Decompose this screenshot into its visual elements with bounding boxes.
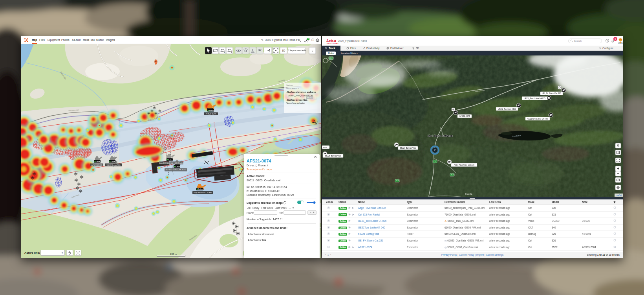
- svg-text:Leica: Leica: [209, 109, 214, 111]
- svg-text:AFS21-0074: AFS21-0074: [206, 113, 216, 115]
- svg-text:itachi: itachi: [323, 146, 327, 148]
- svg-text:Volvo EWR150E VM - ARK Masten: Volvo EWR150E VM - ARK Masten: [159, 162, 183, 164]
- svg-text:AFS21-0074: AFS21-0074: [459, 115, 470, 117]
- svg-text:UE_PK Strøm Cat 326: UE_PK Strøm Cat 326: [542, 92, 561, 94]
- svg-text:99: 99: [307, 38, 309, 40]
- svg-text:Aage Hoverstad Cat 330: Aage Hoverstad Cat 330: [454, 164, 475, 166]
- svg-text:Fagerlia: Fagerlia: [465, 193, 472, 195]
- svg-text:E12: E12: [396, 180, 399, 182]
- svg-text:Hammerveien: Hammerveien: [68, 109, 79, 111]
- svg-text:3: 3: [231, 51, 232, 53]
- svg-text:Leica: Leica: [168, 159, 173, 161]
- svg-text:+84.24: +84.24: [68, 151, 72, 152]
- svg-text:UE21Tore Lokke 04-040: UE21Tore Lokke 04-040: [527, 118, 548, 120]
- svg-text:Leica: Leica: [198, 188, 203, 190]
- svg-text:415: 415: [434, 160, 437, 162]
- svg-text:Leica: Leica: [176, 166, 180, 168]
- svg-text:Fagerlia: Fagerlia: [233, 231, 239, 233]
- svg-text:818: 818: [451, 174, 454, 176]
- svg-text:55227 Bomag Vals: 55227 Bomag Vals: [106, 164, 120, 166]
- svg-text:E12: E12: [329, 57, 333, 59]
- svg-text:2: 2: [224, 51, 225, 53]
- svg-text:55225 Bomag Vals: 55225 Bomag Vals: [325, 155, 341, 157]
- svg-text:Vala Hamre H21i - PK Strøm: Vala Hamre H21i - PK Strøm: [166, 169, 186, 171]
- svg-text:+85.34: +85.34: [54, 153, 58, 155]
- svg-text:Leaflet: Leaflet: [616, 194, 622, 196]
- svg-text:2: 2: [434, 149, 436, 151]
- svg-text:UE21_Tore Lokke 04-035: UE21_Tore Lokke 04-035: [524, 98, 545, 100]
- svg-text:UE21_Tvermes 2369: UE21_Tvermes 2369: [498, 108, 516, 110]
- svg-text:AFS23 02-CH: AFS23 02-CH: [91, 164, 102, 166]
- svg-text:Leica: Leica: [111, 160, 115, 162]
- svg-text:+86.44: +86.44: [64, 156, 68, 158]
- svg-text:Leica: Leica: [96, 160, 100, 162]
- svg-text:55227 Bomag Vals: 55227 Bomag Vals: [400, 147, 416, 149]
- svg-text:Aage Hoverstad Cat 330: Aage Hoverstad Cat 330: [194, 192, 212, 194]
- svg-text:Mo i Rana lufthavn: Mo i Rana lufthavn: [428, 134, 453, 138]
